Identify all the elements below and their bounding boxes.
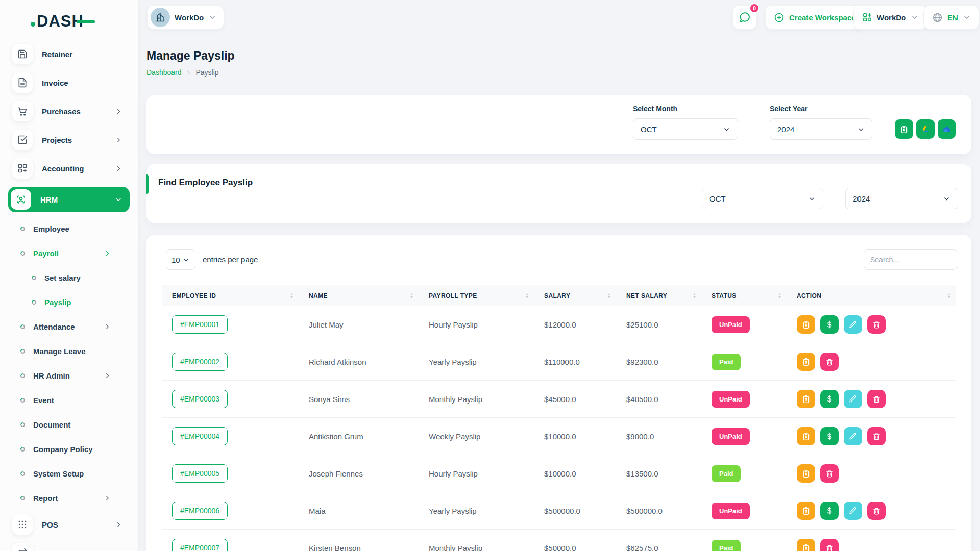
sidebar-item-invoice[interactable]: Invoice xyxy=(8,72,130,93)
column-header-salary[interactable]: SALARY▲▼ xyxy=(534,285,616,306)
payslip-button[interactable] xyxy=(797,390,815,408)
payslip-table: EMPLOYEE ID▲▼NAME▲▼PAYROLL TYPE▲▼SALARY▲… xyxy=(162,285,956,551)
app-logo[interactable]: DASH xyxy=(31,12,95,31)
projects-chip xyxy=(12,130,33,150)
column-header-payroll-type[interactable]: PAYROLL TYPE▲▼ xyxy=(419,285,534,306)
pay-button[interactable] xyxy=(820,427,839,445)
language-dropdown[interactable]: EN xyxy=(923,5,979,30)
table-row: #EMP00007Kirsten BensonMonthly Payslip$5… xyxy=(162,530,956,551)
find-year-value: 2024 xyxy=(853,194,870,203)
payslip-button[interactable] xyxy=(797,502,815,520)
month-select[interactable]: OCT xyxy=(633,118,738,140)
sidebar-subitem-payslip[interactable]: Payslip xyxy=(0,290,138,314)
sidebar-subitem-event[interactable]: Event xyxy=(0,388,138,412)
sidebar-subitem-company-policy[interactable]: Company Policy xyxy=(0,437,138,461)
dollar-icon xyxy=(825,506,834,515)
sidebar-subitem-system-setup[interactable]: System Setup xyxy=(0,461,138,486)
sidebar-subitem-report[interactable]: Report xyxy=(0,486,138,510)
sidebar-item-hrm[interactable]: HRM xyxy=(8,187,130,212)
trash-icon xyxy=(825,469,834,478)
sidebar-item-crm[interactable]: CRM xyxy=(8,543,130,551)
onedrive-export-button[interactable] xyxy=(938,119,956,139)
sidebar-item-retainer[interactable]: Retainer xyxy=(8,44,130,64)
select-month-label: Select Month xyxy=(633,105,677,113)
net-salary-value: $500000.0 xyxy=(616,507,701,515)
chevron-down-icon xyxy=(963,13,971,21)
sidebar-subitem-hr-admin[interactable]: HR Admin xyxy=(0,363,138,388)
sort-icon: ▲▼ xyxy=(607,293,611,299)
sidebar-subitem-document[interactable]: Document xyxy=(0,412,138,437)
column-header-employee-id[interactable]: EMPLOYEE ID▲▼ xyxy=(162,285,299,306)
salary-value: $50000.0 xyxy=(534,544,616,551)
sidebar-subitem-attendance[interactable]: Attendance xyxy=(0,314,138,339)
payslip-filter-card: Select Month OCT Select Year 2024 xyxy=(146,95,971,154)
payslip-button[interactable] xyxy=(797,539,815,551)
pencil-icon xyxy=(849,432,857,440)
row-actions xyxy=(797,353,956,371)
status-badge: UnPaid xyxy=(712,428,750,445)
sidebar-item-projects[interactable]: Projects xyxy=(8,130,130,150)
card-accent-bar xyxy=(146,174,149,194)
column-header-name[interactable]: NAME▲▼ xyxy=(299,285,419,306)
payslip-button[interactable] xyxy=(797,464,815,483)
sidebar-subitem-set-salary[interactable]: Set salary xyxy=(0,265,138,290)
sidebar-subitem-label: Payslip xyxy=(44,298,138,307)
delete-button[interactable] xyxy=(820,539,839,551)
pay-button[interactable] xyxy=(820,315,839,334)
sidebar-subitem-label: Manage Leave xyxy=(33,347,138,356)
sidebar-item-label: Projects xyxy=(42,136,106,144)
accounting-chip xyxy=(12,158,33,179)
bullet-icon xyxy=(19,421,26,428)
delete-button[interactable] xyxy=(867,390,886,408)
edit-button[interactable] xyxy=(844,502,862,520)
status-badge: Paid xyxy=(712,540,741,551)
hrm-chip xyxy=(11,189,31,210)
sidebar-item-pos[interactable]: POS xyxy=(8,514,130,535)
find-month-select[interactable]: OCT xyxy=(702,188,823,209)
edit-button[interactable] xyxy=(844,390,862,408)
crm-icon xyxy=(17,548,28,551)
messenger-button[interactable]: 0 xyxy=(732,5,757,30)
pencil-icon xyxy=(849,320,857,329)
edit-button[interactable] xyxy=(844,315,862,334)
column-header-net-salary[interactable]: NET SALARY▲▼ xyxy=(616,285,701,306)
delete-button[interactable] xyxy=(867,427,886,445)
sidebar-subitem-manage-leave[interactable]: Manage Leave xyxy=(0,339,138,363)
search-input[interactable] xyxy=(864,249,958,270)
employee-id-badge: #EMP00002 xyxy=(172,353,228,371)
chevron-right-icon xyxy=(115,165,122,172)
delete-button[interactable] xyxy=(820,353,839,371)
sidebar-subitem-employee[interactable]: Employee xyxy=(0,216,138,241)
workspace-switcher[interactable]: WorkDo xyxy=(147,5,224,30)
sidebar-item-purchases[interactable]: Purchases xyxy=(8,101,130,121)
delete-button[interactable] xyxy=(867,502,886,520)
breadcrumb-dashboard-link[interactable]: Dashboard xyxy=(146,68,182,77)
chevron-down-icon xyxy=(911,13,919,21)
clipboard-dollar-icon xyxy=(802,358,811,366)
delete-button[interactable] xyxy=(867,315,886,334)
entries-per-page-select[interactable]: 10 xyxy=(166,249,195,270)
column-header-status[interactable]: STATUS▲▼ xyxy=(701,285,787,306)
create-workspace-button[interactable]: Create Workspace xyxy=(765,5,865,30)
pay-button[interactable] xyxy=(820,502,839,520)
column-header-action[interactable]: ACTION▲▼ xyxy=(787,285,956,306)
sidebar-subitem-payroll[interactable]: Payroll xyxy=(0,241,138,265)
payslip-button[interactable] xyxy=(797,315,815,334)
chevron-right-icon xyxy=(115,521,122,529)
pay-button[interactable] xyxy=(820,390,839,408)
chevron-right-icon xyxy=(104,372,111,380)
sidebar-item-accounting[interactable]: Accounting xyxy=(8,158,130,179)
find-year-select[interactable]: 2024 xyxy=(845,188,958,209)
bulk-payslip-button[interactable] xyxy=(895,119,913,139)
net-salary-value: $13500.0 xyxy=(616,469,701,478)
payslip-button[interactable] xyxy=(797,353,815,371)
globe-icon xyxy=(932,12,943,23)
google-drive-export-button[interactable] xyxy=(916,119,935,139)
delete-button[interactable] xyxy=(820,464,839,483)
retainer-chip xyxy=(12,44,33,64)
year-select[interactable]: 2024 xyxy=(770,118,872,140)
payslip-button[interactable] xyxy=(797,427,815,445)
app-menu-dropdown[interactable]: WorkDo xyxy=(853,5,927,30)
sidebar-item-label: Purchases xyxy=(42,107,106,116)
edit-button[interactable] xyxy=(844,427,862,445)
